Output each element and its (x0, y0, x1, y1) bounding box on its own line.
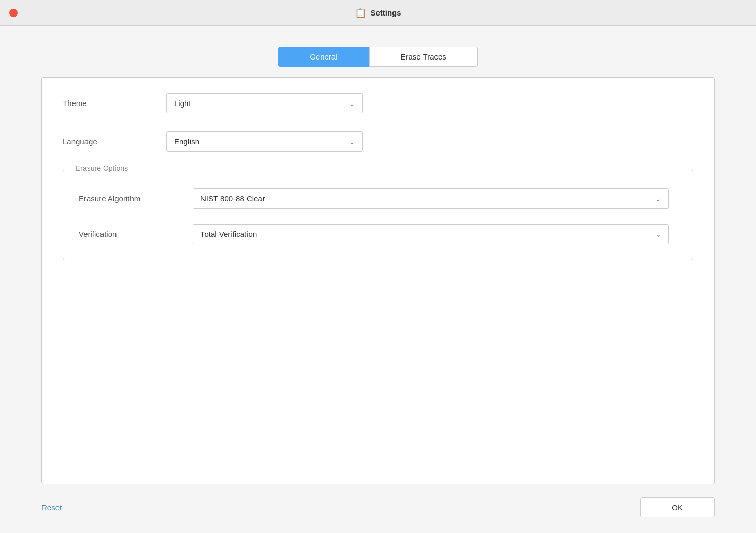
erasure-options-legend: Erasure Options (71, 164, 132, 172)
title-bar: 📋 Settings (0, 0, 756, 26)
erasure-algorithm-label: Erasure Algorithm (79, 194, 193, 203)
main-content: General Erase Traces Theme Light ⌄ Langu… (0, 26, 756, 533)
tab-general[interactable]: General (278, 47, 369, 67)
verification-chevron-icon: ⌄ (655, 230, 661, 239)
theme-row: Theme Light ⌄ (63, 93, 693, 113)
tab-erase-traces[interactable]: Erase Traces (369, 47, 478, 67)
language-select[interactable]: English ⌄ (166, 131, 363, 152)
theme-select[interactable]: Light ⌄ (166, 93, 363, 113)
verification-row: Verification Total Verification ⌄ (79, 224, 677, 244)
theme-value: Light (174, 99, 191, 108)
verification-select-container: Total Verification ⌄ (193, 224, 669, 244)
bottom-bar: Reset OK (41, 484, 715, 517)
language-value: English (174, 137, 199, 146)
algorithm-chevron-icon: ⌄ (655, 195, 661, 203)
close-button[interactable] (9, 9, 18, 17)
erasure-algorithm-row: Erasure Algorithm NIST 800-88 Clear ⌄ (79, 188, 677, 209)
language-chevron-icon: ⌄ (349, 138, 355, 146)
window-title-text: Settings (370, 8, 401, 17)
language-select-container: English ⌄ (166, 131, 363, 152)
verification-label: Verification (79, 230, 193, 239)
ok-button[interactable]: OK (640, 497, 715, 517)
settings-icon: 📋 (355, 7, 366, 19)
language-label: Language (63, 137, 166, 146)
window-title: 📋 Settings (355, 7, 401, 19)
theme-chevron-icon: ⌄ (349, 99, 355, 108)
theme-label: Theme (63, 99, 166, 108)
erasure-algorithm-select-container: NIST 800-88 Clear ⌄ (193, 188, 669, 209)
language-row: Language English ⌄ (63, 131, 693, 152)
verification-value: Total Verification (200, 230, 257, 239)
verification-select[interactable]: Total Verification ⌄ (193, 224, 669, 244)
reset-button[interactable]: Reset (41, 503, 62, 512)
erasure-algorithm-select[interactable]: NIST 800-88 Clear ⌄ (193, 188, 669, 209)
settings-panel: Theme Light ⌄ Language English ⌄ Erasure… (41, 77, 715, 484)
erasure-options-fieldset: Erasure Options Erasure Algorithm NIST 8… (63, 170, 693, 260)
theme-select-container: Light ⌄ (166, 93, 363, 113)
tabs-container: General Erase Traces (41, 47, 715, 67)
erasure-algorithm-value: NIST 800-88 Clear (200, 194, 265, 203)
